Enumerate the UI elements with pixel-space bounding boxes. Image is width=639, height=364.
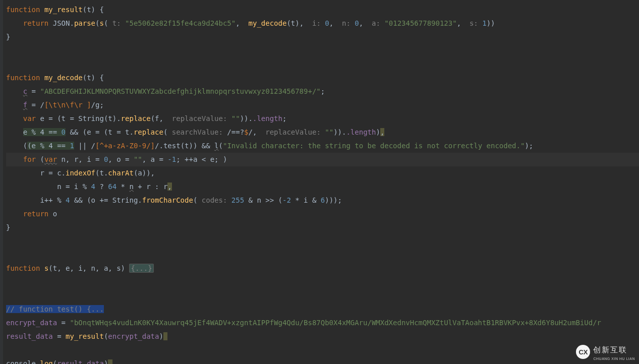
var-encrypt_data: encrypt_data bbox=[6, 319, 57, 327]
fn-my_result: my_result bbox=[44, 6, 83, 14]
param-hint: replaceValue: bbox=[172, 114, 227, 123]
caret-line: for (var n, r, i = 0, o = "", a = -1; ++… bbox=[6, 153, 639, 166]
var-c: c bbox=[23, 87, 27, 95]
kw-var: var bbox=[23, 114, 36, 123]
var-f: f bbox=[23, 101, 27, 109]
kw-for: for bbox=[23, 155, 36, 163]
commented-code: // function test() {... bbox=[6, 305, 104, 313]
var-result_data: result_data bbox=[6, 332, 53, 340]
kw-function: function bbox=[6, 264, 40, 272]
editor-gutter bbox=[0, 0, 3, 364]
console-obj: console bbox=[6, 359, 36, 364]
code-fold-placeholder[interactable]: {...} bbox=[129, 264, 153, 273]
param-hint: t: bbox=[112, 19, 121, 27]
kw-function: function bbox=[6, 6, 40, 14]
regex-class: [^+a-zA-Z0-9/] bbox=[95, 142, 155, 150]
param-hint: replaceValue: bbox=[265, 128, 321, 136]
code-editor[interactable]: function my_result(t) { return JSON.pars… bbox=[0, 0, 639, 364]
kw-function: function bbox=[6, 74, 40, 82]
regex-escape: [\t\n\f\r ] bbox=[44, 101, 91, 109]
fn-my_decode: my_decode bbox=[44, 74, 83, 82]
param-hint: searchValue: bbox=[172, 128, 223, 136]
kw-return: return bbox=[23, 19, 49, 27]
fn-s: s bbox=[44, 264, 48, 272]
param-hint: codes: bbox=[202, 196, 227, 204]
encrypted-string: "bOnqtWHqs4vudLnK0KY4Xauwrq45jEf4WADV+xz… bbox=[70, 319, 601, 327]
kw-return: return bbox=[23, 210, 49, 218]
